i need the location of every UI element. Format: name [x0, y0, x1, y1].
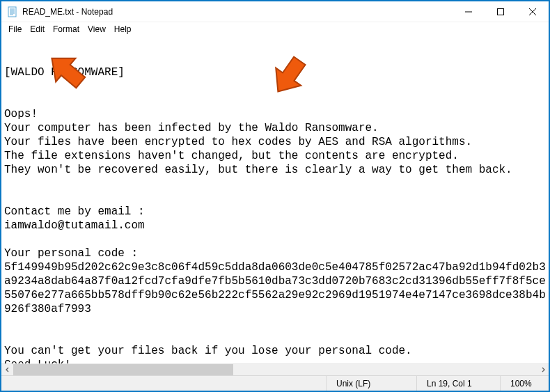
menu-edit[interactable]: Edit [26, 24, 49, 35]
notepad-icon [7, 6, 18, 17]
text-editor[interactable]: [WALDO RANSOMWARE] Oops! Your computer h… [1, 36, 549, 363]
window-title: READ_ME.txt - Notepad [22, 7, 113, 17]
status-cursor-position: Ln 19, Col 1 [416, 376, 500, 391]
status-encoding: Unix (LF) [326, 376, 416, 391]
horizontal-scrollbar[interactable] [1, 363, 549, 375]
menu-help[interactable]: Help [110, 24, 136, 35]
menu-format[interactable]: Format [49, 24, 84, 35]
document-content[interactable]: [WALDO RANSOMWARE] Oops! Your computer h… [4, 65, 546, 363]
menubar: File Edit Format View Help [1, 22, 549, 36]
scroll-right-button[interactable] [537, 364, 549, 375]
svg-rect-7 [498, 8, 504, 15]
menu-file[interactable]: File [4, 24, 26, 35]
minimize-button[interactable] [453, 1, 485, 22]
statusbar: Unix (LF) Ln 19, Col 1 100% [1, 375, 549, 391]
scrollbar-thumb[interactable] [13, 364, 233, 375]
status-zoom: 100% [500, 376, 549, 391]
close-button[interactable] [517, 1, 549, 22]
notepad-window: READ_ME.txt - Notepad File Edit Format V… [1, 1, 549, 391]
menu-view[interactable]: View [84, 24, 110, 35]
maximize-button[interactable] [485, 1, 517, 22]
scrollbar-track[interactable] [13, 364, 537, 375]
scroll-left-button[interactable] [1, 364, 13, 375]
titlebar[interactable]: READ_ME.txt - Notepad [1, 1, 549, 22]
